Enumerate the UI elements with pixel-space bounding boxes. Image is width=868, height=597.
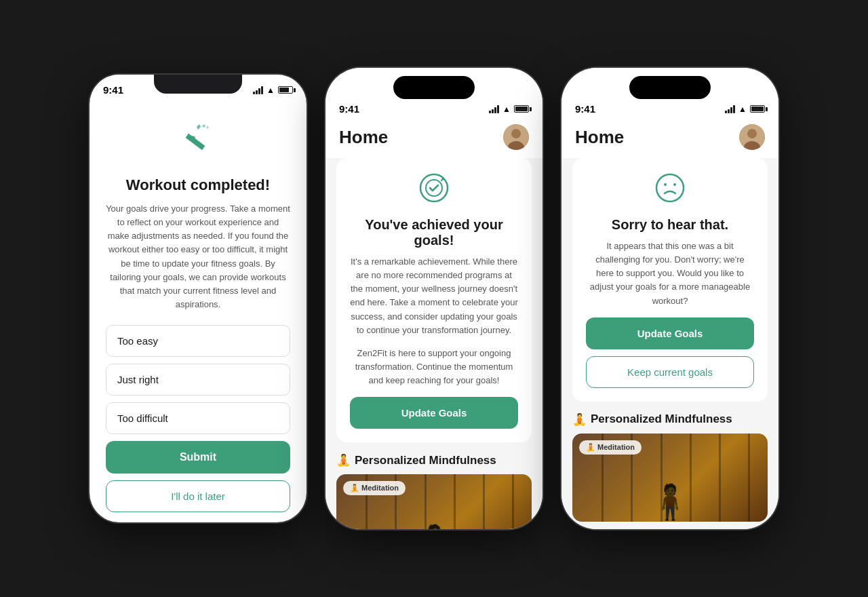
battery-icon-3 — [750, 105, 765, 113]
home-screen-2: Home — [326, 119, 542, 529]
mindfulness-section-3: 🧘 Personalized Mindfulness — [572, 412, 768, 522]
goal-icon-2 — [350, 172, 518, 210]
avatar-image-2 — [503, 124, 529, 150]
goal-card-desc2-2: Zen2Fit is here to support your ongoing … — [350, 347, 518, 387]
mindfulness-section-2: 🧘 Personalized Mindfulness — [336, 453, 532, 529]
sorry-card-desc: It appears that this one was a bit chall… — [586, 239, 754, 308]
sorry-icon — [586, 172, 754, 210]
battery-fill-1 — [279, 88, 289, 92]
phone-2: 9:41 ▲ Home — [326, 68, 542, 529]
svg-point-0 — [196, 142, 200, 146]
battery-icon-2 — [514, 105, 529, 113]
workout-title: Workout completed! — [126, 176, 270, 194]
svg-point-10 — [664, 183, 667, 186]
meditation-tag-3: 🧘 Meditation — [579, 440, 642, 455]
battery-fill-3 — [751, 107, 764, 111]
mindfulness-icon-3: 🧘 — [572, 412, 587, 427]
home-title-3: Home — [575, 127, 624, 148]
svg-point-2 — [511, 129, 521, 138]
wifi-icon-3: ▲ — [738, 104, 747, 114]
mindfulness-icon-2: 🧘 — [336, 453, 351, 467]
screen-2: 9:41 ▲ Home — [326, 68, 542, 529]
meditation-figure-2: 🧍 — [413, 523, 455, 529]
status-icons-2: ▲ — [489, 104, 529, 114]
goal-card-desc1-2: It's a remarkable achievement. While the… — [350, 255, 518, 337]
update-goals-button-2[interactable]: Update Goals — [350, 397, 518, 429]
meditation-card-3[interactable]: 🧍 🧘 Meditation — [572, 434, 768, 522]
wifi-icon-2: ▲ — [502, 104, 511, 114]
goal-card-title-2: You've achieved your goals! — [350, 217, 518, 248]
dynamic-island-3 — [629, 76, 711, 99]
goals-achieved-card: You've achieved your goals! It's a remar… — [336, 158, 532, 442]
svg-point-11 — [673, 183, 676, 186]
option-too-easy[interactable]: Too easy — [106, 325, 290, 357]
home-screen-3: Home — [561, 119, 778, 529]
meditation-figure-3: 🧍 — [649, 482, 691, 522]
status-icons-1: ▲ — [253, 85, 293, 95]
update-goals-button-3[interactable]: Update Goals — [586, 317, 754, 349]
battery-fill-2 — [515, 107, 528, 111]
battery-icon-1 — [278, 86, 293, 94]
mindfulness-title-3: 🧘 Personalized Mindfulness — [572, 412, 768, 427]
option-just-right[interactable]: Just right — [106, 364, 290, 396]
avatar-3[interactable] — [739, 124, 765, 150]
svg-point-5 — [426, 180, 442, 196]
status-icons-3: ▲ — [725, 104, 765, 114]
signal-icon-1 — [253, 86, 263, 94]
phone-3: 9:41 ▲ Home — [561, 68, 778, 529]
svg-point-9 — [656, 174, 684, 201]
workout-desc: Your goals drive your progress. Take a m… — [106, 202, 290, 311]
phone-1: 9:41 ▲ — [90, 75, 307, 522]
wifi-icon-1: ▲ — [267, 85, 275, 95]
phones-container: 9:41 ▲ — [76, 41, 792, 556]
signal-icon-2 — [489, 105, 499, 113]
notch — [154, 75, 242, 94]
avatar-image-3 — [739, 124, 765, 150]
signal-icon-3 — [725, 105, 735, 113]
celebration-icon — [178, 120, 218, 168]
screen-1: 9:41 ▲ — [90, 75, 307, 522]
avatar-2[interactable] — [503, 124, 529, 150]
sorry-card-title: Sorry to hear that. — [586, 217, 754, 233]
meditation-card-2[interactable]: 🧍 🧘 Meditation — [336, 474, 532, 529]
home-header-3: Home — [561, 119, 778, 158]
svg-point-7 — [747, 129, 757, 138]
status-time-3: 9:41 — [575, 103, 595, 115]
status-time-1: 9:41 — [103, 84, 123, 96]
workout-completed-content: Workout completed! Your goals drive your… — [90, 100, 307, 522]
meditation-tag-2: 🧘 Meditation — [343, 481, 406, 495]
home-header-2: Home — [326, 119, 542, 158]
mindfulness-title-2: 🧘 Personalized Mindfulness — [336, 453, 532, 467]
later-button[interactable]: I'll do it later — [106, 480, 290, 512]
status-time-2: 9:41 — [339, 103, 359, 115]
home-content-3: Sorry to hear that. It appears that this… — [561, 158, 778, 529]
home-content-2: You've achieved your goals! It's a remar… — [326, 158, 542, 529]
home-title-2: Home — [339, 127, 388, 148]
sorry-card: Sorry to hear that. It appears that this… — [572, 158, 768, 402]
keep-goals-button[interactable]: Keep current goals — [586, 356, 754, 388]
submit-button[interactable]: Submit — [106, 441, 290, 474]
screen-3: 9:41 ▲ Home — [561, 68, 778, 529]
dynamic-island-2 — [393, 76, 475, 99]
option-too-difficult[interactable]: Too difficult — [106, 402, 290, 434]
